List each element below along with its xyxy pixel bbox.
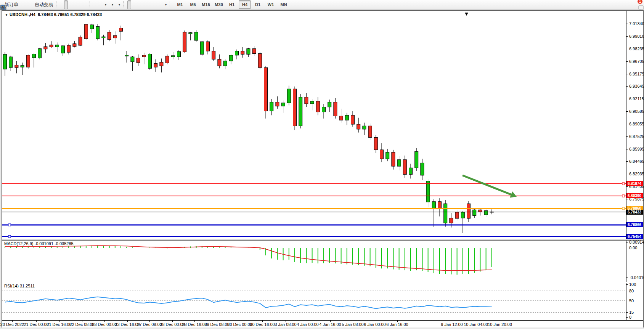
zoom-out-button[interactable] xyxy=(81,0,85,9)
publisher-button[interactable] xyxy=(24,0,28,9)
tile-windows-button[interactable] xyxy=(85,0,88,9)
time-tick xyxy=(194,321,195,322)
price-tag: 6.75454 xyxy=(626,234,643,239)
candlestick-chart-button[interactable] xyxy=(64,0,68,9)
zoom-in-button[interactable] xyxy=(77,0,81,9)
candle-body xyxy=(189,33,192,34)
time-tick xyxy=(82,321,82,322)
trend-arrow-shaft[interactable] xyxy=(463,175,513,195)
level-anchor[interactable] xyxy=(8,224,11,226)
timeframe-button-M1[interactable]: M1 xyxy=(174,0,186,9)
price-tag: 6.78433 xyxy=(626,210,643,215)
price-tick-label: 6.98235 xyxy=(629,47,644,51)
time-tick xyxy=(500,321,500,322)
price-tick-label: 6.95175 xyxy=(629,72,644,76)
axis-tick xyxy=(626,301,628,301)
axis-tick xyxy=(626,36,628,37)
auto-trading-button[interactable]: 自动交易 xyxy=(32,0,55,9)
crosshair-button[interactable] xyxy=(131,0,135,9)
candle-body xyxy=(131,57,134,62)
time-tick xyxy=(149,321,150,322)
candle-body xyxy=(426,181,430,202)
axis-tick xyxy=(626,248,628,248)
level-anchor[interactable] xyxy=(622,207,625,210)
time-marker-icon xyxy=(465,13,468,16)
timeframe-button-M15[interactable]: M15 xyxy=(200,0,212,9)
channel-button[interactable]: E xyxy=(146,0,150,9)
arrows-button[interactable]: ▾ xyxy=(162,0,169,9)
chevron-down-icon: ▾ xyxy=(105,3,106,6)
indicator-window-button[interactable] xyxy=(98,0,101,9)
price-tag: 6.76866 xyxy=(626,222,643,227)
add-chart-button[interactable]: ▾ xyxy=(101,0,108,9)
period-clock-button[interactable]: ▾ xyxy=(108,0,115,9)
panel-separator[interactable] xyxy=(2,282,643,283)
candle-body xyxy=(328,102,331,107)
price-tick-label: 6.84465 xyxy=(629,159,644,164)
gold-button[interactable] xyxy=(20,0,24,9)
candle-body xyxy=(206,42,210,51)
price-tick-label: 6.87525 xyxy=(629,134,644,139)
axis-tick xyxy=(626,242,628,242)
price-axis-gutter[interactable]: 7.013406.998106.982356.967056.951756.936… xyxy=(626,11,643,320)
axis-tick xyxy=(626,149,628,149)
trendline-button[interactable] xyxy=(143,0,146,9)
time-tick xyxy=(286,321,286,322)
level-anchor[interactable] xyxy=(622,183,625,185)
time-tick xyxy=(262,321,263,322)
time-label: 4 Jan 00:00 xyxy=(297,322,319,327)
time-label: 28 Dec 00:00 xyxy=(160,322,185,327)
axis-tick xyxy=(626,136,628,137)
candle-body xyxy=(363,126,366,129)
timeframe-button-M5[interactable]: M5 xyxy=(187,0,199,9)
bar-chart-button[interactable] xyxy=(60,0,64,9)
candle-body xyxy=(84,24,88,39)
text-label-button[interactable]: T xyxy=(158,0,162,9)
chevron-down-icon: ▾ xyxy=(112,3,113,6)
timeframe-button-H4[interactable]: H4 xyxy=(239,0,251,9)
chart-symbol-period: USDCNH-,H4 xyxy=(10,12,35,17)
axis-tick xyxy=(626,124,628,124)
candle-body xyxy=(3,55,7,69)
timeframe-button-W1[interactable]: W1 xyxy=(265,0,277,9)
candle-body xyxy=(484,211,488,215)
candle-body xyxy=(247,49,250,55)
time-label: 27 Dec 08:00 xyxy=(137,322,162,327)
chat-button[interactable]: 1 xyxy=(637,0,641,9)
toolbar-separator xyxy=(90,1,93,8)
candle-body xyxy=(305,97,308,104)
level-anchor[interactable] xyxy=(8,235,11,238)
candle-body xyxy=(322,107,326,112)
timeframe-button-H1[interactable]: H1 xyxy=(226,0,238,9)
candle-body xyxy=(21,66,24,67)
cursor-button[interactable] xyxy=(127,0,131,9)
signal-button[interactable] xyxy=(28,0,32,9)
collapse-arrow-icon[interactable]: ▼ xyxy=(5,13,8,17)
vertical-line-button[interactable] xyxy=(135,0,139,9)
level-anchor[interactable] xyxy=(622,195,625,197)
axis-tick xyxy=(626,317,628,318)
axis-tick xyxy=(626,74,628,74)
fibonacci-button[interactable]: F xyxy=(150,0,154,9)
price-tick-label: 6.96705 xyxy=(629,59,644,64)
search-button[interactable] xyxy=(633,0,636,9)
timeframe-button-M30[interactable]: M30 xyxy=(213,0,225,9)
line-chart-button[interactable] xyxy=(68,0,72,9)
text-button[interactable]: A xyxy=(154,0,158,9)
candle-body xyxy=(79,37,82,45)
candle-body xyxy=(229,55,233,61)
timeframe-button-D1[interactable]: D1 xyxy=(252,0,264,9)
time-tick xyxy=(375,321,375,322)
candle-body xyxy=(183,32,186,52)
candle-body xyxy=(386,152,389,159)
time-tick xyxy=(240,321,240,322)
indicators-button[interactable] xyxy=(94,0,98,9)
time-axis[interactable]: 20 Dec 202221 Dec 00:0021 Dec 16:0022 De… xyxy=(2,320,643,327)
time-label: 29 Dec 08:00 xyxy=(204,322,229,327)
horizontal-line-button[interactable] xyxy=(139,0,143,9)
panel-separator[interactable] xyxy=(2,239,643,241)
template-button[interactable]: ▾ xyxy=(115,0,122,9)
candle-body xyxy=(113,35,117,38)
timeframe-button-MN[interactable]: MN xyxy=(278,0,290,9)
chart-window: ▼USDCNH-,H4 6.78463 6.78651 6.78329 6.78… xyxy=(2,10,644,327)
